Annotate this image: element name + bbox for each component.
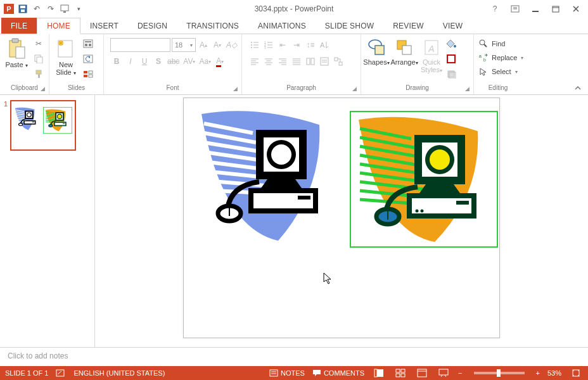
font-family-picker[interactable]: [110, 38, 170, 52]
underline-button[interactable]: U: [138, 54, 151, 68]
zoom-slider[interactable]: [474, 372, 525, 374]
arrange-button[interactable]: Arrange▾: [390, 37, 418, 66]
notes-pane[interactable]: Click to add notes: [0, 347, 588, 366]
svg-rect-24: [84, 71, 87, 73]
shape-fill-icon[interactable]: [445, 37, 459, 51]
svg-point-75: [480, 40, 485, 45]
italic-button[interactable]: I: [124, 54, 137, 68]
status-notes-button[interactable]: NOTES: [269, 369, 305, 377]
svg-point-28: [251, 42, 252, 43]
status-language[interactable]: ENGLISH (UNITED STATES): [74, 369, 165, 377]
svg-point-71: [454, 45, 456, 48]
shapes-button[interactable]: Shapes▾: [364, 37, 389, 66]
paste-button[interactable]: Paste ▾: [3, 37, 30, 69]
clear-format-icon[interactable]: A◇: [225, 38, 238, 52]
tab-review[interactable]: REVIEW: [383, 18, 433, 34]
align-center-icon[interactable]: [262, 54, 275, 68]
cut-icon[interactable]: ✂: [32, 37, 46, 51]
char-spacing-icon[interactable]: AV▾: [182, 54, 196, 68]
align-right-icon[interactable]: [276, 54, 289, 68]
smartart-icon[interactable]: [332, 54, 345, 68]
clipboard-launcher-icon[interactable]: ◢: [41, 86, 45, 92]
font-size-picker[interactable]: 18▾: [172, 38, 196, 52]
tab-view[interactable]: VIEW: [433, 18, 472, 34]
reading-view-icon[interactable]: [415, 367, 429, 379]
copy-icon[interactable]: [32, 52, 46, 66]
qat-customize-icon[interactable]: ▾: [72, 3, 85, 15]
qat-start-icon[interactable]: [58, 3, 71, 15]
svg-rect-13: [16, 47, 25, 58]
select-button[interactable]: Select ▾: [476, 65, 520, 79]
shape-effects-icon[interactable]: [445, 67, 459, 81]
status-spellcheck-icon[interactable]: [56, 369, 66, 377]
qat-redo-icon[interactable]: ↷: [44, 3, 57, 15]
align-text-icon[interactable]: [318, 54, 331, 68]
reset-icon[interactable]: [81, 52, 95, 66]
tab-slideshow[interactable]: SLIDE SHOW: [316, 18, 383, 34]
columns-icon[interactable]: [304, 54, 317, 68]
increase-indent-icon[interactable]: ⇥: [290, 38, 303, 52]
slide-clipart-right: [351, 112, 497, 246]
svg-rect-153: [396, 369, 400, 372]
svg-line-76: [484, 44, 487, 47]
quick-styles-button[interactable]: A Quick Styles▾: [419, 37, 444, 74]
justify-icon[interactable]: [290, 54, 303, 68]
collapse-ribbon-icon[interactable]: [568, 84, 588, 94]
shrink-font-icon[interactable]: A▾: [211, 38, 224, 52]
tab-transitions[interactable]: TRANSITIONS: [177, 18, 248, 34]
change-case-icon[interactable]: Aa▾: [198, 54, 212, 68]
tab-animations[interactable]: ANIMATIONS: [248, 18, 316, 34]
line-spacing-icon[interactable]: ↕≡: [304, 38, 317, 52]
status-comments-button[interactable]: COMMENTS: [312, 369, 364, 377]
slide-clipart-left[interactable]: [193, 104, 338, 248]
zoom-in-icon[interactable]: +: [536, 369, 540, 377]
font-color-icon[interactable]: A▾: [214, 54, 226, 68]
slide-editor[interactable]: [95, 95, 588, 347]
qat-undo-icon[interactable]: ↶: [30, 3, 43, 15]
shape-outline-icon[interactable]: [445, 52, 459, 66]
fit-window-icon[interactable]: [569, 367, 583, 379]
new-slide-button[interactable]: New Slide ▾: [52, 37, 80, 77]
paragraph-launcher-icon[interactable]: ◢: [352, 86, 357, 92]
sorter-view-icon[interactable]: [393, 367, 407, 379]
zoom-out-icon[interactable]: −: [458, 369, 462, 377]
svg-rect-20: [85, 41, 91, 42]
format-painter-icon[interactable]: [32, 67, 46, 81]
align-left-icon[interactable]: [248, 54, 261, 68]
help-icon[interactable]: ?: [488, 2, 502, 16]
tab-home[interactable]: HOME: [37, 18, 80, 34]
bullets-icon[interactable]: [248, 38, 261, 52]
bold-button[interactable]: B: [110, 54, 123, 68]
shadow-button[interactable]: S: [152, 54, 165, 68]
find-button[interactable]: Find: [476, 37, 508, 51]
decrease-indent-icon[interactable]: ⇤: [276, 38, 289, 52]
grow-font-icon[interactable]: A▴: [197, 38, 210, 52]
layout-icon[interactable]: [81, 37, 95, 51]
replace-button[interactable]: ab Replace ▾: [476, 51, 526, 65]
section-icon[interactable]: [81, 67, 95, 81]
slide-clipart-right-selection[interactable]: [350, 111, 498, 248]
minimize-icon[interactable]: [528, 2, 542, 16]
drawing-launcher-icon[interactable]: ◢: [465, 86, 470, 92]
tab-file[interactable]: FILE: [1, 18, 37, 34]
svg-rect-154: [401, 369, 405, 372]
status-slide-count[interactable]: SLIDE 1 OF 1: [5, 369, 48, 377]
text-direction-icon[interactable]: A: [318, 38, 331, 52]
normal-view-icon[interactable]: [372, 367, 386, 379]
svg-text:b: b: [483, 58, 486, 62]
replace-label: Replace: [492, 54, 517, 61]
maximize-icon[interactable]: [549, 2, 563, 16]
svg-point-89: [27, 113, 30, 117]
close-icon[interactable]: [569, 2, 583, 16]
strike-button[interactable]: abc: [166, 54, 181, 68]
ribbon-display-icon[interactable]: [508, 2, 522, 16]
slideshow-view-icon[interactable]: [437, 367, 451, 379]
slide-thumbnail-1[interactable]: [10, 100, 76, 151]
tab-design[interactable]: DESIGN: [128, 18, 177, 34]
zoom-percent[interactable]: 53%: [547, 369, 561, 377]
font-launcher-icon[interactable]: ◢: [233, 86, 238, 92]
numbering-icon[interactable]: 123: [262, 38, 275, 52]
slide-canvas[interactable]: [183, 98, 500, 338]
qat-save-icon[interactable]: [16, 3, 29, 15]
tab-insert[interactable]: INSERT: [80, 18, 128, 34]
